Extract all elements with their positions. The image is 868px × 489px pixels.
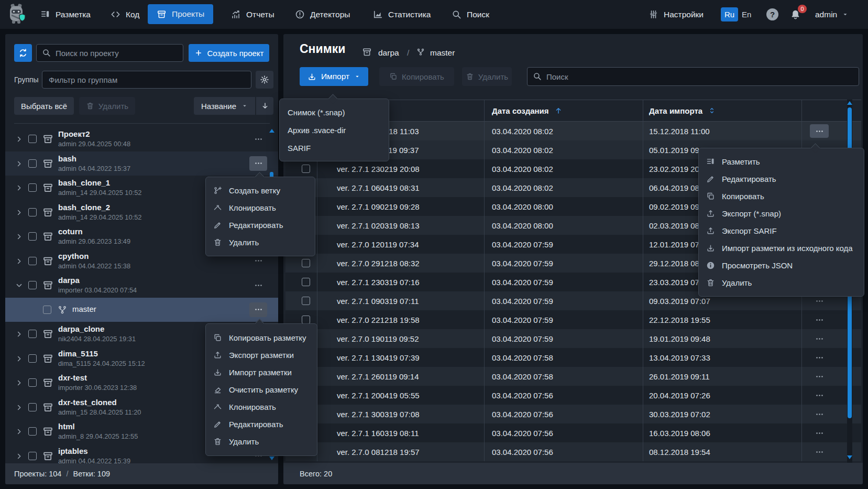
branch-menu-item[interactable]: Импорт разметки bbox=[206, 364, 317, 381]
snapshot-row[interactable]: ver. 2.7.1 130419 07:39 03.04.2020 07:58… bbox=[285, 348, 861, 367]
snapshot-menu-item[interactable]: Импорт разметки из исходного кода bbox=[699, 240, 864, 257]
expand-chevron-icon[interactable] bbox=[15, 330, 23, 338]
snapshot-menu-item[interactable]: Редактировать bbox=[699, 170, 864, 188]
branch-menu-item[interactable]: Клонировать bbox=[206, 398, 317, 416]
snapshot-actions-button[interactable] bbox=[810, 124, 829, 138]
nav-item[interactable]: Детекторы bbox=[295, 0, 350, 29]
branch-menu-item[interactable]: Очистить разметку bbox=[206, 381, 317, 398]
snapshot-actions-button[interactable] bbox=[810, 426, 829, 440]
project-checkbox[interactable] bbox=[28, 427, 37, 436]
project-checkbox[interactable] bbox=[28, 354, 37, 363]
branch-menu-item[interactable]: Копировать разметку bbox=[206, 329, 317, 346]
project-menu-item[interactable]: Удалить bbox=[206, 234, 315, 251]
snapshot-actions-button[interactable] bbox=[810, 351, 829, 364]
project-search-input[interactable] bbox=[36, 44, 183, 62]
delete-projects-button[interactable]: Удалить bbox=[79, 97, 135, 115]
branch-menu-item[interactable]: Удалить bbox=[206, 433, 317, 450]
import-menu-item[interactable]: Архив .svace-dir bbox=[280, 121, 389, 139]
project-checkbox[interactable] bbox=[28, 452, 37, 460]
project-checkbox[interactable] bbox=[28, 281, 37, 289]
project-checkbox[interactable] bbox=[28, 159, 37, 168]
expand-chevron-icon[interactable] bbox=[15, 281, 23, 289]
user-menu[interactable]: admin bbox=[815, 0, 849, 29]
expand-chevron-icon[interactable] bbox=[15, 452, 23, 460]
snapshot-checkbox[interactable] bbox=[302, 259, 310, 267]
snapshot-checkbox[interactable] bbox=[302, 165, 310, 173]
select-all-button[interactable]: Выбрать всё bbox=[14, 97, 74, 115]
nav-item[interactable]: Проекты bbox=[148, 4, 213, 24]
import-dropdown-button[interactable]: Импорт bbox=[300, 67, 368, 86]
snapshot-row[interactable]: ver. 2.7.1 260119 09:14 03.04.2020 07:58… bbox=[285, 367, 861, 386]
snapshot-row[interactable]: ver. 2.7.1 200419 05:55 03.04.2020 07:56… bbox=[285, 386, 861, 405]
nav-item[interactable]: Отчеты bbox=[231, 0, 274, 29]
snapshot-checkbox[interactable] bbox=[302, 278, 310, 286]
expand-chevron-icon[interactable] bbox=[15, 184, 23, 192]
expand-chevron-icon[interactable] bbox=[15, 404, 23, 411]
expand-chevron-icon[interactable] bbox=[15, 160, 23, 168]
project-row[interactable]: bash admin 04.04.2022 15:37 bbox=[5, 151, 278, 176]
project-row[interactable]: darpa importer 03.04.2020 07:54 bbox=[5, 273, 278, 298]
snapshot-actions-button[interactable] bbox=[810, 332, 829, 345]
nav-item[interactable]: Разметка bbox=[40, 0, 91, 29]
branch-actions-button[interactable] bbox=[249, 302, 267, 317]
import-menu-item[interactable]: Снимок (*.snap) bbox=[280, 103, 389, 121]
project-checkbox[interactable] bbox=[28, 257, 37, 265]
breadcrumb-project[interactable]: darpa bbox=[378, 48, 399, 58]
import-menu-item[interactable]: SARIF bbox=[280, 139, 389, 157]
app-logo[interactable] bbox=[6, 3, 26, 27]
snapshot-menu-item[interactable]: Удалить bbox=[699, 274, 864, 291]
snapshot-actions-button[interactable] bbox=[810, 388, 829, 402]
project-actions-button[interactable] bbox=[249, 132, 267, 146]
project-row[interactable]: Проект2 admin 29.04.2025 00:48 bbox=[5, 127, 278, 151]
nav-item[interactable]: Код bbox=[111, 0, 139, 29]
snapshot-actions-button[interactable] bbox=[810, 407, 829, 421]
breadcrumb-branch[interactable]: master bbox=[430, 48, 455, 58]
settings-button[interactable]: Настройки bbox=[649, 0, 704, 29]
branch-row[interactable]: master bbox=[5, 298, 278, 322]
sort-field-dropdown[interactable]: Название bbox=[194, 97, 255, 115]
table-scroll-down-arrow[interactable] bbox=[847, 455, 852, 459]
branch-menu-item[interactable]: Редактировать bbox=[206, 416, 317, 433]
project-checkbox[interactable] bbox=[28, 378, 37, 387]
project-menu-item[interactable]: Редактировать bbox=[206, 216, 315, 234]
expand-chevron-icon[interactable] bbox=[15, 428, 23, 436]
snapshot-menu-item[interactable]: Разметить bbox=[699, 153, 864, 170]
expand-chevron-icon[interactable] bbox=[15, 135, 23, 143]
project-checkbox[interactable] bbox=[28, 135, 37, 143]
snapshot-actions-button[interactable] bbox=[810, 370, 829, 383]
project-checkbox[interactable] bbox=[28, 208, 37, 216]
snapshot-row[interactable]: ver. 2.7.0 081218 19:57 03.04.2020 07:56… bbox=[285, 442, 861, 461]
snapshot-menu-item[interactable]: Просмотреть JSON bbox=[699, 257, 864, 274]
groups-filter-input[interactable] bbox=[42, 71, 251, 89]
table-scroll-up-arrow[interactable] bbox=[847, 101, 852, 105]
sort-direction-button[interactable] bbox=[256, 97, 273, 115]
delete-snapshot-button[interactable]: Удалить bbox=[462, 67, 512, 86]
snapshot-menu-item[interactable]: Копировать bbox=[699, 188, 864, 205]
expand-chevron-icon[interactable] bbox=[15, 257, 23, 265]
snapshot-row[interactable]: ver. 2.7.0 190119 09:52 03.04.2020 07:59… bbox=[285, 329, 861, 348]
snapshot-checkbox[interactable] bbox=[302, 316, 310, 324]
header-imported-cell[interactable]: Дата импорта bbox=[643, 100, 801, 121]
snapshot-row[interactable]: ver. 2.7.0 221218 19:58 03.04.2020 07:59… bbox=[285, 310, 861, 329]
language-en-button[interactable]: En bbox=[742, 7, 751, 21]
expand-chevron-icon[interactable] bbox=[15, 233, 23, 241]
project-menu-item[interactable]: Клонировать bbox=[206, 199, 315, 216]
create-project-button[interactable]: Создать проект bbox=[189, 44, 269, 62]
sidebar-scroll-down-arrow[interactable] bbox=[269, 457, 274, 460]
copy-snapshot-button[interactable]: Копировать bbox=[379, 67, 454, 86]
refresh-button[interactable] bbox=[14, 44, 32, 62]
project-checkbox[interactable] bbox=[28, 403, 37, 411]
language-ru-button[interactable]: Ru bbox=[721, 7, 738, 21]
groups-settings-button[interactable] bbox=[256, 71, 273, 89]
project-checkbox[interactable] bbox=[28, 232, 37, 241]
snapshot-menu-item[interactable]: Экспорт SARIF bbox=[699, 222, 864, 240]
expand-chevron-icon[interactable] bbox=[15, 355, 23, 363]
nav-item[interactable]: Поиск bbox=[452, 0, 489, 29]
project-menu-item[interactable]: Создать ветку bbox=[206, 182, 315, 199]
snapshot-menu-item[interactable]: Экспорт (*.snap) bbox=[699, 205, 864, 222]
snapshot-actions-button[interactable] bbox=[810, 445, 829, 459]
snapshot-search-input[interactable] bbox=[527, 67, 859, 86]
project-actions-button[interactable] bbox=[249, 278, 267, 292]
branch-checkbox[interactable] bbox=[43, 306, 51, 314]
snapshot-row[interactable]: ver. 2.7.1 300319 07:08 03.04.2020 07:56… bbox=[285, 405, 861, 423]
